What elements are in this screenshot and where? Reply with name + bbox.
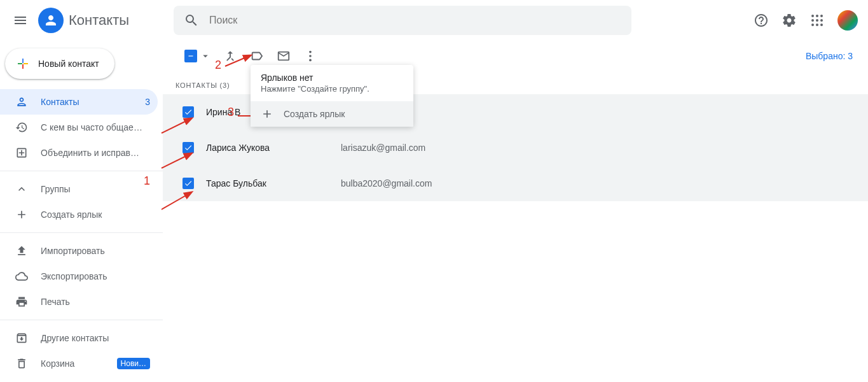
create-contact-label: Новый контакт [38, 59, 99, 69]
label-icon [250, 49, 264, 63]
more-actions-button[interactable] [303, 48, 318, 64]
search-input[interactable] [209, 15, 621, 26]
sidebar-item-create-label[interactable]: Создать ярлык [0, 202, 158, 227]
row-checkbox[interactable] [176, 178, 201, 189]
contact-name: Лариса Жукова [201, 143, 341, 153]
merge-fix-icon [15, 146, 28, 159]
divider [0, 320, 163, 320]
sidebar-item-import[interactable]: Импортировать [0, 238, 158, 264]
sidebar-item-label: Контакты [41, 97, 145, 107]
plus-icon [15, 208, 28, 221]
svg-point-4 [816, 19, 818, 22]
check-icon [184, 108, 193, 117]
sidebar-item-groups[interactable]: Группы [0, 176, 158, 202]
check-icon [184, 143, 193, 152]
contact-email: bulba2020@gmail.com [341, 178, 432, 188]
sidebar-item-label: Печать [41, 297, 150, 307]
sidebar-item-label: Объединить и исправ… [41, 148, 150, 158]
chevron-up-icon [15, 183, 28, 195]
help-icon [754, 13, 769, 28]
more-vert-icon [303, 49, 317, 63]
sidebar-item-label: С кем вы часто общае… [41, 122, 150, 132]
sidebar-item-trash[interactable]: Корзина Нови… [0, 351, 158, 376]
divider [0, 232, 163, 233]
sidebar-item-label: Другие контакты [41, 333, 150, 343]
sidebar-item-contacts[interactable]: Контакты 3 [0, 89, 158, 115]
svg-point-12 [309, 59, 312, 62]
trash-icon [15, 357, 28, 370]
svg-point-3 [811, 19, 814, 22]
select-all-control[interactable] [184, 50, 211, 62]
svg-point-7 [816, 24, 818, 26]
upload-icon [15, 244, 28, 257]
sidebar-item-count: 3 [145, 97, 150, 107]
select-all-checkbox [184, 50, 197, 62]
main-pane: Выбрано: 3 КОНТАКТЫ (3) Ирина В 4@gmail.… [163, 41, 868, 382]
svg-rect-9 [189, 55, 193, 56]
hamburger-icon [13, 13, 28, 28]
plus-multicolor-icon [15, 56, 31, 71]
search-bar[interactable] [174, 6, 631, 35]
dropdown-info: Ярлыков нет Нажмите "Создайте группу". [251, 65, 413, 101]
contact-row[interactable]: Тарас Бульбак bulba2020@gmail.com [163, 166, 868, 201]
manage-labels-button[interactable] [249, 48, 265, 64]
dropdown-arrow-icon [200, 50, 211, 62]
create-contact-button[interactable]: Новый контакт [5, 48, 114, 79]
merge-icon [223, 49, 237, 63]
sidebar: Новый контакт Контакты 3 С кем вы часто … [0, 41, 163, 382]
create-label-action[interactable]: Создать ярлык [251, 101, 413, 127]
dropdown-title: Ярлыков нет [261, 73, 403, 83]
svg-point-11 [309, 55, 312, 57]
labels-dropdown: Ярлыков нет Нажмите "Создайте группу". С… [251, 65, 413, 127]
gear-icon [782, 13, 797, 28]
svg-point-10 [309, 51, 312, 53]
sidebar-item-label: Группы [41, 184, 150, 194]
sidebar-item-merge-fix[interactable]: Объединить и исправ… [0, 140, 158, 166]
svg-point-6 [811, 24, 814, 26]
person-icon [43, 13, 59, 28]
person-outline-icon [15, 96, 28, 108]
contact-email: larisazuk@gmail.com [341, 143, 425, 153]
account-avatar[interactable] [837, 10, 858, 31]
svg-point-8 [820, 24, 823, 26]
contacts-logo [38, 8, 64, 33]
trash-badge: Нови… [117, 358, 150, 369]
cloud-download-icon [15, 270, 28, 283]
history-icon [15, 121, 28, 134]
print-icon [15, 295, 28, 308]
apps-button[interactable] [804, 8, 830, 33]
dropdown-subtitle: Нажмите "Создайте группу". [261, 84, 403, 94]
svg-point-2 [820, 15, 823, 17]
merge-contacts-button[interactable] [223, 48, 238, 64]
mail-icon [277, 49, 291, 63]
sidebar-item-export[interactable]: Экспортировать [0, 264, 158, 289]
svg-point-1 [816, 15, 818, 17]
check-icon [184, 179, 193, 188]
dropdown-action-label: Создать ярлык [284, 109, 345, 119]
row-checkbox[interactable] [176, 106, 201, 118]
sidebar-item-label: Импортировать [41, 246, 150, 256]
divider [0, 171, 163, 171]
archive-icon [15, 332, 28, 344]
selection-count: Выбрано: 3 [806, 51, 855, 61]
row-checkbox[interactable] [176, 142, 201, 153]
sidebar-item-label: Экспортировать [41, 271, 150, 281]
settings-button[interactable] [776, 8, 802, 33]
search-icon [184, 13, 199, 28]
sidebar-item-print[interactable]: Печать [0, 289, 158, 315]
contact-row[interactable]: Лариса Жукова larisazuk@gmail.com [163, 130, 868, 166]
send-email-button[interactable] [276, 48, 291, 64]
plus-icon [261, 108, 273, 120]
sidebar-item-frequent[interactable]: С кем вы часто общае… [0, 115, 158, 140]
apps-grid-icon [809, 13, 825, 28]
main-menu-button[interactable] [5, 5, 36, 36]
svg-point-0 [811, 15, 814, 17]
help-button[interactable] [748, 8, 774, 33]
sidebar-item-label: Создать ярлык [41, 209, 150, 220]
sidebar-item-label: Корзина [41, 358, 112, 369]
app-title: Контакты [69, 12, 129, 29]
svg-point-5 [820, 19, 823, 22]
contact-name: Тарас Бульбак [201, 178, 341, 188]
sidebar-item-other-contacts[interactable]: Другие контакты [0, 325, 158, 351]
